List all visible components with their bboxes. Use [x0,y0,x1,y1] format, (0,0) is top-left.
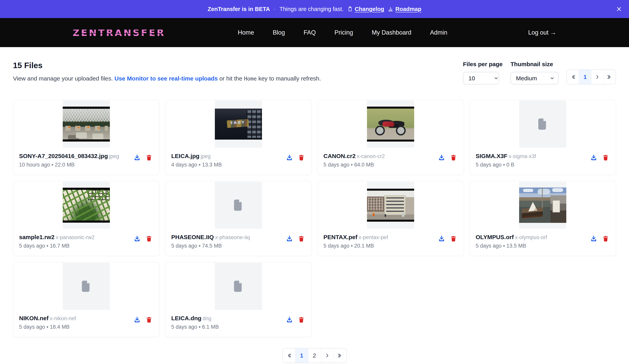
delete-button[interactable] [449,153,458,162]
trash-icon [298,316,305,323]
nav-item-faq[interactable]: FAQ [304,29,316,36]
file-name: sample1.rw2 [19,234,54,240]
double-chevron-right-icon [607,74,613,80]
file-type: x-olympus-orf [515,234,547,240]
file-thumbnail [215,182,262,229]
delete-button[interactable] [145,153,153,162]
double-chevron-left-icon [286,353,292,359]
logout-link[interactable]: Log out → [528,29,556,36]
banner-separator: · [274,6,276,12]
thumbnail-photo [63,188,110,223]
download-button[interactable] [437,234,446,243]
page-button-2[interactable]: 2 [308,349,321,363]
delete-button[interactable] [601,234,610,243]
double-chevron-right-icon [337,353,343,359]
top-navbar: ZENTRANSFER HomeBlogFAQPricingMy Dashboa… [0,18,629,47]
page-button-1[interactable]: 1 [296,349,308,363]
download-button[interactable] [589,153,598,162]
nav-item-admin[interactable]: Admin [430,29,447,36]
file-card[interactable]: OLYMPUS.orfx-olympus-orf 5 days ago • 13… [470,181,616,256]
file-name: SIGMA.X3F [476,153,507,159]
last-page-button[interactable] [604,70,616,84]
nav-item-pricing[interactable]: Pricing [334,29,353,36]
page-title: 15 Files [13,61,321,70]
download-icon [286,235,293,242]
file-thumbnail [367,100,414,148]
pagination-bottom: 12 [282,348,347,363]
file-type: x-canon-cr2 [357,153,385,159]
file-meta: 5 days ago • 13.5 MB [476,243,547,249]
file-meta: 5 days ago • 16.7 MB [19,243,95,249]
thumbnail-photo [63,107,110,142]
nav-item-blog[interactable]: Blog [273,29,285,36]
trash-icon [602,235,609,242]
next-page-button[interactable] [591,70,604,84]
file-card[interactable]: CANON.cr2x-canon-cr2 5 days ago • 64.0 M… [317,100,464,175]
file-card[interactable]: PHASEONE.IIQx-phaseone-iiq 5 days ago • … [165,181,312,256]
file-card[interactable]: NIKON.nefx-nikon-nef 5 days ago • 18.4 M… [13,262,159,337]
download-icon [590,154,597,161]
file-name: CANON.cr2 [323,153,356,159]
delete-button[interactable] [297,153,306,162]
download-icon [134,154,141,161]
home-key-label: Home [244,76,257,82]
file-meta: 10 hours ago • 22.0 MB [19,162,119,168]
roadmap-link[interactable]: Roadmap [388,6,421,12]
file-meta: 5 days ago • 20.1 MB [323,243,388,249]
delete-button[interactable] [601,153,610,162]
delete-button[interactable] [297,315,306,324]
file-card[interactable]: TROY LEICA.jpgjpeg 4 days ago • 13.3 MB [165,100,312,175]
page-button-1[interactable]: 1 [579,70,591,84]
file-name: SONY-A7_20250416_083432.jpg [19,153,108,159]
close-icon [616,6,622,12]
file-meta: 5 days ago • 0 B [476,162,536,168]
first-page-button[interactable] [567,70,579,84]
thumbnail-photo: TROY [215,108,262,140]
nav-item-home[interactable]: Home [238,29,254,36]
download-button[interactable] [133,315,142,324]
download-button[interactable] [437,153,446,162]
file-type: dng [203,315,211,321]
trash-icon [602,154,609,161]
file-card[interactable]: PENTAX.pefx-pentax-pef 5 days ago • 20.1… [317,181,464,256]
file-placeholder-icon [231,198,246,212]
file-card[interactable]: LEICA.dngdng 5 days ago • 6.1 MB [165,262,312,337]
next-page-button[interactable] [321,349,334,363]
first-page-button[interactable] [283,349,296,363]
chevron-right-icon [594,74,600,80]
file-card[interactable]: SONY-A7_20250416_083432.jpgjpeg 10 hours… [13,100,159,175]
banner-bold-text: ZenTransfer is in BETA [208,6,270,12]
monitor-link[interactable]: Use Monitor to see real-time uploads [114,75,218,82]
header-text-block: 15 Files View and manage your uploaded f… [13,61,321,85]
download-button[interactable] [285,315,294,324]
zentransfer-logo[interactable]: ZENTRANSFER [73,27,165,38]
download-button[interactable] [285,234,294,243]
trash-icon [298,235,305,242]
download-button[interactable] [133,234,142,243]
delete-button[interactable] [145,315,153,324]
nav-item-my-dashboard[interactable]: My Dashboard [372,29,411,36]
file-thumbnail [215,263,262,310]
delete-button[interactable] [449,234,458,243]
list-controls: Files per page 10 Thumbnail size Medium [463,61,616,85]
file-card[interactable]: SIGMA.X3Fx-sigma-x3f 5 days ago • 0 B [470,100,616,175]
download-button[interactable] [285,153,294,162]
download-icon [590,235,597,242]
thumbnail-size-select[interactable]: Medium [510,72,559,85]
banner-close-button[interactable] [616,6,622,12]
download-button[interactable] [133,153,142,162]
delete-button[interactable] [145,234,153,243]
download-button[interactable] [589,234,598,243]
file-placeholder-icon [79,279,93,293]
file-meta: 5 days ago • 18.4 MB [19,324,76,330]
download-icon [286,154,293,161]
last-page-button[interactable] [334,349,346,363]
download-icon [134,316,141,323]
changelog-link[interactable]: Changelog [347,6,384,12]
files-per-page-select[interactable]: 10 [463,72,499,85]
delete-button[interactable] [297,234,306,243]
file-card[interactable]: sample1.rw2x-panasonic-rw2 5 days ago • … [13,181,159,256]
file-type: jpeg [109,153,119,159]
file-thumbnail: TROY [215,100,262,148]
file-type: x-panasonic-rw2 [56,234,95,240]
